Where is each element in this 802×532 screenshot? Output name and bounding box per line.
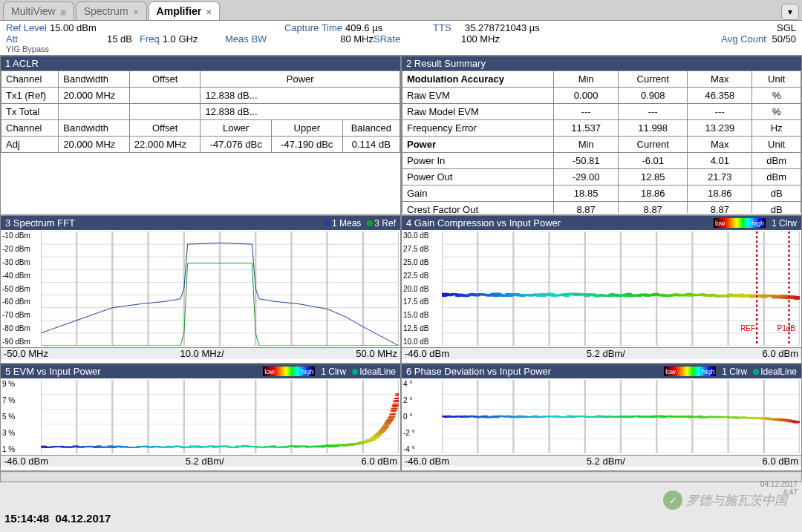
close-icon[interactable]: ⊞: [60, 8, 66, 16]
svg-point-443: [387, 418, 394, 420]
evm-chart[interactable]: 9 %7 %5 %3 %1 %: [1, 378, 400, 455]
wechat-icon: ✓: [663, 490, 682, 510]
svg-point-438: [385, 422, 392, 424]
svg-point-434: [382, 425, 390, 427]
horizontal-scrollbar[interactable]: [0, 471, 802, 482]
svg-point-497: [482, 416, 489, 417]
panel-phase-deviation: 6 Phase Deviation vs Input Power lowhigh…: [401, 364, 802, 471]
tab-amplifier[interactable]: Amplifier✕: [149, 1, 221, 20]
svg-point-451: [391, 408, 398, 410]
panel-spectrum-fft: 3 Spectrum FFT 1 Meas3 Ref -10 dBm-20 dB…: [0, 215, 401, 364]
panel-title: 1 ACLR: [1, 56, 400, 70]
yig-status: YIG Bypass: [6, 45, 796, 53]
chevron-down-icon: ▾: [788, 7, 792, 17]
svg-point-446: [388, 416, 396, 418]
svg-point-428: [379, 430, 387, 431]
phase-chart[interactable]: 4 °2 °0 °-2 °-4 °: [402, 378, 801, 455]
tab-bar: MultiView⊞ Spectrum✕ Amplifier✕ ▾: [0, 0, 802, 21]
tab-multiview[interactable]: MultiView⊞: [3, 1, 74, 20]
gain-chart[interactable]: 30.0 dB27.5 dB25.0 dB22.5 dB20.0 dB17.5 …: [402, 230, 801, 347]
close-icon[interactable]: ✕: [133, 8, 139, 16]
svg-point-453: [392, 405, 399, 407]
aclr-table: ChannelBandwidthOffsetPower Tx1 (Ref)20.…: [1, 70, 400, 153]
svg-point-450: [391, 410, 398, 411]
svg-point-416: [374, 435, 381, 436]
timestamp: 15:14:48 04.12.2017: [4, 512, 111, 525]
header-bar: Ref Level15.00 dBm Capture Time409.6 µs …: [0, 21, 802, 56]
result-table: Modulation AccuracyMinCurrentMaxUnit Raw…: [402, 70, 801, 213]
svg-point-459: [395, 395, 399, 396]
panel-title: 2 Result Summary: [402, 56, 801, 70]
tab-dropdown-button[interactable]: ▾: [781, 4, 799, 20]
close-icon[interactable]: ✕: [206, 8, 212, 16]
panel-evm: 5 EVM vs Input Power lowhigh1 ClrwIdealL…: [0, 364, 401, 471]
panel-title: 3 Spectrum FFT: [5, 217, 75, 229]
watermark: ✓ 罗德与施瓦茨中国: [663, 490, 787, 510]
spectrum-chart[interactable]: -10 dBm-20 dBm-30 dBm-40 dBm-50 dBm-60 d…: [1, 230, 400, 347]
panel-aclr: 1 ACLR ChannelBandwidthOffsetPower Tx1 (…: [0, 56, 401, 215]
svg-point-454: [392, 404, 399, 405]
panel-title: 4 Gain Compression vs Input Power: [406, 217, 561, 229]
tab-spectrum[interactable]: Spectrum✕: [76, 1, 147, 20]
panel-title: 5 EVM vs Input Power: [5, 366, 101, 377]
panel-title: 6 Phase Deviation vs Input Power: [406, 366, 551, 377]
svg-point-432: [382, 427, 389, 429]
panel-gain-compression: 4 Gain Compression vs Input Power lowhig…: [401, 215, 802, 364]
panel-result-summary: 2 Result Summary Modulation AccuracyMinC…: [401, 56, 802, 215]
svg-point-448: [389, 413, 397, 415]
